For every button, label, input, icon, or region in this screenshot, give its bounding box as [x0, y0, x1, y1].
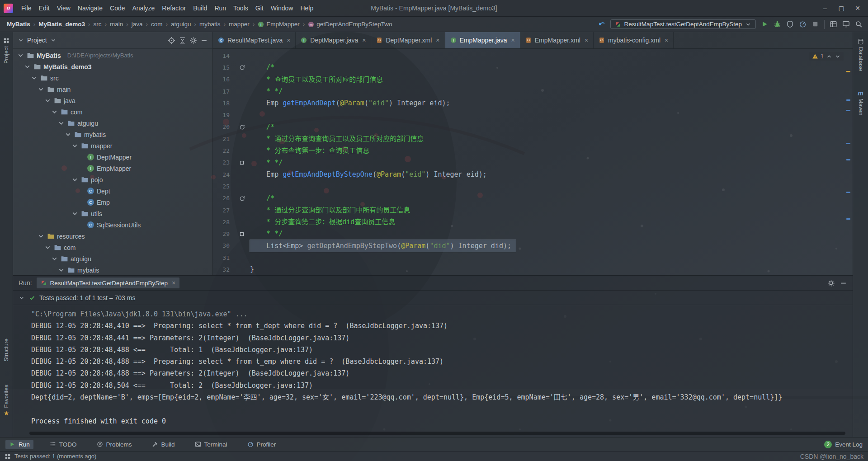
breadcrumb-item[interactable]: mybatis [198, 20, 222, 28]
console-line[interactable]: Dept{did=2, deptName='B', emps=[Emp{eid=… [31, 391, 853, 403]
tree-item-MyBatis_demo3[interactable]: MyBatis_demo3 [13, 61, 212, 72]
console-line[interactable]: DEBUG 12-05 20:28:48,488 ==> Preparing: … [31, 356, 853, 367]
toolwindow-profiler[interactable]: Profiler [244, 440, 280, 449]
code-line-28[interactable]: 28 * 分步查询第二步：根据did查询员工信息 [213, 216, 853, 228]
code-line-21[interactable]: 21 * 通过分布查询查询员工以及员工所对应的部门信息 [213, 133, 853, 145]
code-line-32[interactable]: 32} [213, 263, 853, 275]
console-line[interactable]: DEBUG 12-05 20:28:48,488 ==> Parameters:… [31, 367, 853, 379]
menu-run[interactable]: Run [211, 3, 230, 14]
tab-mybatis-config.xml[interactable]: mybatis-config.xml× [594, 32, 674, 48]
code-line-15[interactable]: 15 /* [213, 61, 853, 73]
toolwindow-terminal[interactable]: Terminal [191, 440, 231, 449]
collapse-all-icon[interactable] [179, 37, 186, 44]
menu-analyze[interactable]: Analyze [129, 3, 159, 14]
breadcrumb-item[interactable]: mgetDeptAndEmpByStepTwo [307, 20, 393, 28]
stripe-favorites[interactable]: Favorites ★ [0, 385, 13, 416]
tree-item-com[interactable]: com [13, 106, 212, 118]
stop-button[interactable] [811, 20, 819, 28]
stripe-maven[interactable]: m Maven [853, 90, 868, 116]
close-icon[interactable]: × [362, 37, 366, 44]
tree-item-DeptMapper[interactable]: IDeptMapper [13, 151, 212, 163]
stripe-project[interactable]: Project [0, 38, 13, 64]
chevron-down-icon[interactable] [50, 37, 57, 43]
menu-navigate[interactable]: Navigate [74, 3, 106, 14]
stripe-structure[interactable]: Structure [0, 339, 13, 362]
close-icon[interactable]: × [585, 37, 588, 44]
debug-button[interactable] [774, 20, 781, 28]
run-button[interactable] [761, 20, 769, 28]
toolwindow-problems[interactable]: Problems [93, 440, 136, 449]
code-line-16[interactable]: 16 * 查询员工以及员工所对应的部门信息 [213, 74, 853, 85]
close-icon[interactable]: × [511, 37, 515, 44]
maximize-icon[interactable]: ▢ [835, 3, 848, 14]
tree-item-pojo[interactable]: pojo [13, 174, 212, 185]
tree-item-Dept[interactable]: CDept [13, 185, 212, 197]
menu-help[interactable]: Help [297, 3, 317, 14]
menu-file[interactable]: File [18, 3, 35, 14]
gear-icon[interactable] [189, 37, 197, 44]
close-icon[interactable]: × [665, 37, 668, 44]
code-line-23[interactable]: 23 * */ [213, 157, 853, 169]
toolwindow-toggle-icon[interactable] [5, 453, 11, 460]
console-line[interactable] [31, 403, 853, 415]
code-line-29[interactable]: 29 * */ [213, 228, 853, 240]
console-line[interactable]: "C:\Program Files\Java\jdk1.8.0_131\bin\… [31, 308, 853, 320]
toolwindow-run[interactable]: Run [5, 440, 33, 449]
breadcrumb-item[interactable]: atguigu [170, 20, 192, 28]
menu-tools[interactable]: Tools [230, 3, 252, 14]
code-line-22[interactable]: 22 * 分布查询第一步：查询员工信息 [213, 145, 853, 156]
profiler-button[interactable] [799, 20, 807, 28]
console-line[interactable]: DEBUG 12-05 20:28:48,410 ==> Preparing: … [31, 320, 853, 332]
inspection-widget[interactable]: 1 [809, 52, 844, 61]
console-line[interactable]: Process finished with exit code 0 [31, 415, 853, 427]
project-panel-title[interactable]: Project [27, 37, 47, 44]
run-console[interactable]: "C:\Program Files\Java\jdk1.8.0_131\bin\… [13, 305, 853, 437]
chevron-down-icon[interactable] [18, 37, 24, 43]
code-line-17[interactable]: 17 * */ [213, 85, 853, 97]
code-line-18[interactable]: 18 Emp getEmpAndDept(@Param("eid") Integ… [213, 97, 853, 109]
breadcrumb-item[interactable]: main [108, 20, 124, 28]
tree-item-SqlSessionUtils[interactable]: CSqlSessionUtils [13, 219, 212, 230]
menu-refactor[interactable]: Refactor [158, 3, 189, 14]
run-tab[interactable]: ResultMapTest.testGetDeptAndEmpByStep × [37, 278, 180, 288]
tree-item-mybatis[interactable]: mybatis [13, 264, 212, 275]
breadcrumb-item[interactable]: mapper [227, 20, 251, 28]
gear-icon[interactable] [827, 279, 835, 287]
layout-button[interactable] [830, 20, 837, 28]
tree-item-mapper[interactable]: mapper [13, 140, 212, 151]
tab-EmpMapper.xml[interactable]: EmpMapper.xml× [520, 32, 594, 48]
tree-item-mybatis[interactable]: mybatis [13, 129, 212, 140]
toolwindow-todo[interactable]: TODO [46, 440, 80, 449]
tree-item-com[interactable]: com [13, 242, 212, 253]
code-line-25[interactable]: 25 [213, 180, 853, 192]
event-log[interactable]: 2Event Log [824, 441, 863, 448]
capture-button[interactable] [842, 20, 850, 28]
tree-item-main[interactable]: main [13, 84, 212, 95]
code-line-14[interactable]: 14 [213, 50, 853, 61]
tree-item-EmpMapper[interactable]: IEmpMapper [13, 163, 212, 174]
toolwindow-build[interactable]: Build [148, 440, 179, 449]
tree-item-atguigu[interactable]: atguigu [13, 253, 212, 264]
close-icon[interactable]: ✕ [851, 3, 864, 14]
breadcrumb-item[interactable]: java [130, 20, 144, 28]
close-icon[interactable]: × [287, 37, 290, 44]
breadcrumb-item[interactable]: src [92, 20, 103, 28]
chevron-up-icon[interactable] [826, 53, 832, 60]
menu-code[interactable]: Code [106, 3, 128, 14]
hide-panel-icon[interactable] [200, 37, 208, 44]
menu-edit[interactable]: Edit [35, 3, 53, 14]
code-line-31[interactable]: 31 [213, 252, 853, 263]
menu-window[interactable]: Window [267, 3, 297, 14]
close-icon[interactable]: × [172, 279, 175, 287]
tree-item-MyBatis[interactable]: MyBatisD:\IDEA\projects\MyBatis [13, 50, 212, 61]
console-line[interactable]: DEBUG 12-05 20:28:48,488 <== Total: 1 (B… [31, 344, 853, 356]
tree-item-utils[interactable]: utils [13, 208, 212, 219]
breadcrumb-item[interactable]: IEmpMapper [256, 20, 301, 28]
tree-item-atguigu[interactable]: atguigu [13, 118, 212, 129]
breadcrumb-item[interactable]: MyBatis_demo3 [37, 20, 86, 28]
navigate-back-icon[interactable] [598, 20, 605, 28]
code-line-24[interactable]: 24 Emp getEmpAndDeptByStepOne(@Param("ei… [213, 169, 853, 180]
tab-EmpMapper.java[interactable]: IEmpMapper.java× [445, 32, 520, 48]
tree-item-Emp[interactable]: CEmp [13, 197, 212, 208]
tab-DeptMapper.xml[interactable]: DeptMapper.xml× [371, 32, 445, 48]
